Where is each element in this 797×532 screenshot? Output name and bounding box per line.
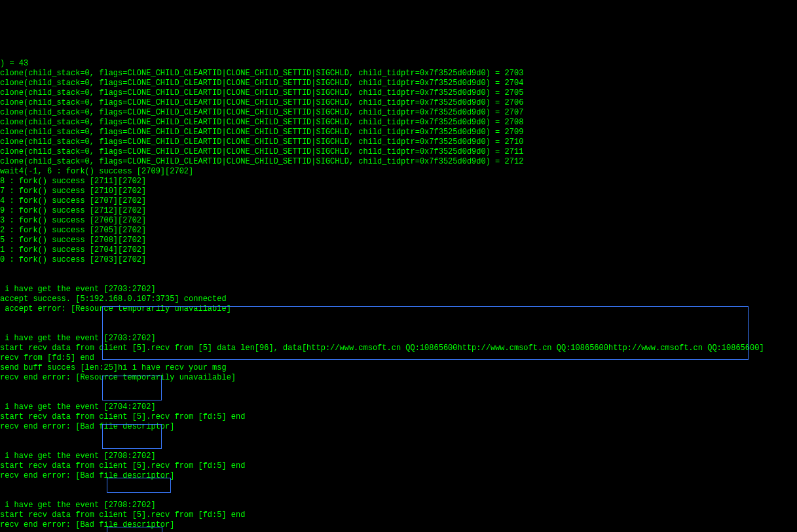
terminal-line: clone(child_stack=0, flags=CLONE_CHILD_C… <box>0 157 797 167</box>
terminal-line: 1 : fork() success [2704][2702] <box>0 245 797 255</box>
terminal-line: i have get the event [2703:2702] <box>0 285 797 294</box>
terminal-line <box>0 481 797 491</box>
terminal-line: start recv data from client [5].recv fro… <box>0 461 797 471</box>
terminal-line: i have get the event [2704:2702] <box>0 402 797 412</box>
terminal-line <box>0 442 797 452</box>
terminal-line: clone(child_stack=0, flags=CLONE_CHILD_C… <box>0 108 797 118</box>
terminal-line: clone(child_stack=0, flags=CLONE_CHILD_C… <box>0 147 797 157</box>
terminal-line: send buff succes [len:25]hi i have recv … <box>0 363 797 373</box>
terminal-line <box>0 383 797 393</box>
terminal-line: clone(child_stack=0, flags=CLONE_CHILD_C… <box>0 118 797 128</box>
terminal-line: 4 : fork() success [2707][2702] <box>0 196 797 206</box>
terminal-line: recv from [fd:5] end <box>0 353 797 363</box>
terminal-line: start recv data from client [5].recv fro… <box>0 412 797 422</box>
terminal-line: clone(child_stack=0, flags=CLONE_CHILD_C… <box>0 98 797 108</box>
terminal-line: i have get the event [2703:2702] <box>0 334 797 344</box>
terminal-line: start recv data from client [5].recv fro… <box>0 344 797 353</box>
terminal-output: ) = 43clone(child_stack=0, flags=CLONE_C… <box>0 59 797 532</box>
terminal-line <box>0 265 797 275</box>
terminal-line: wait4(-1, 6 : fork() success [2709][2702… <box>0 167 797 177</box>
terminal-line: 9 : fork() success [2712][2702] <box>0 206 797 216</box>
terminal-line <box>0 393 797 402</box>
terminal-line: recv end error: [Bad file descriptor] <box>0 422 797 432</box>
terminal-line: i have get the event [2708:2702] <box>0 452 797 461</box>
terminal-line: 8 : fork() success [2711][2702] <box>0 177 797 186</box>
terminal-line: clone(child_stack=0, flags=CLONE_CHILD_C… <box>0 79 797 88</box>
terminal-line: i have get the event [2708:2702] <box>0 501 797 510</box>
terminal-line: 0 : fork() success [2703][2702] <box>0 255 797 265</box>
terminal-line: 3 : fork() success [2706][2702] <box>0 216 797 226</box>
terminal-line: clone(child_stack=0, flags=CLONE_CHILD_C… <box>0 128 797 137</box>
terminal-window[interactable]: ) = 43clone(child_stack=0, flags=CLONE_C… <box>0 39 797 532</box>
terminal-line: recv end error: [Resource temporarily un… <box>0 373 797 383</box>
terminal-line: clone(child_stack=0, flags=CLONE_CHILD_C… <box>0 137 797 147</box>
terminal-line: start recv data from client [5].recv fro… <box>0 510 797 520</box>
terminal-line <box>0 314 797 324</box>
terminal-line <box>0 275 797 285</box>
terminal-line: clone(child_stack=0, flags=CLONE_CHILD_C… <box>0 88 797 98</box>
terminal-line: recv end error: [Bad file descriptor] <box>0 471 797 481</box>
terminal-line: ) = 43 <box>0 59 797 69</box>
terminal-line: accept error: [Resource temporarily unav… <box>0 304 797 314</box>
terminal-line: recv end error: [Bad file descriptor] <box>0 520 797 530</box>
terminal-line <box>0 324 797 334</box>
terminal-line: 7 : fork() success [2710][2702] <box>0 186 797 196</box>
terminal-line <box>0 432 797 442</box>
terminal-line: 5 : fork() success [2708][2702] <box>0 236 797 245</box>
terminal-line: 2 : fork() success [2705][2702] <box>0 226 797 236</box>
terminal-line <box>0 491 797 501</box>
terminal-line: clone(child_stack=0, flags=CLONE_CHILD_C… <box>0 69 797 79</box>
terminal-line: accept success. [5:192.168.0.107:3735] c… <box>0 294 797 304</box>
